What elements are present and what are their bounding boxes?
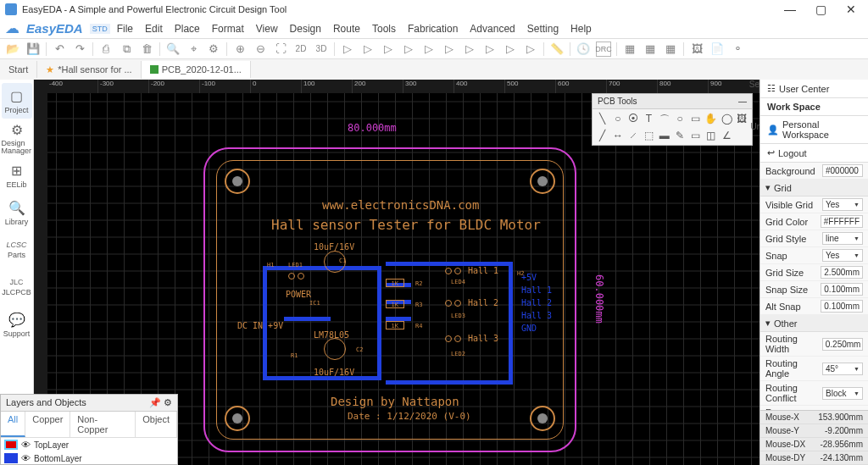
- route-icon[interactable]: ▷: [340, 42, 355, 57]
- ruler-icon[interactable]: 📏: [549, 42, 565, 57]
- hall1-pads[interactable]: [445, 268, 461, 274]
- fit-icon[interactable]: ⛶: [273, 42, 288, 57]
- grid-color-input[interactable]: #FFFFFF: [821, 215, 863, 228]
- track-tool-icon[interactable]: ╲: [596, 113, 609, 127]
- pad-tool-icon[interactable]: ○: [611, 113, 624, 127]
- menu-design[interactable]: Design: [290, 23, 321, 35]
- text-tool-icon[interactable]: T: [643, 113, 655, 127]
- lt-library[interactable]: 🔍Library: [2, 195, 32, 230]
- tab-pcb[interactable]: PCB_2020-12-01...: [142, 61, 251, 78]
- 2d-button[interactable]: 2D: [293, 42, 309, 57]
- resistor-r4[interactable]: 1K: [386, 321, 404, 329]
- route-icon-4[interactable]: ▷: [401, 42, 416, 57]
- eye-icon[interactable]: 👁: [21, 453, 31, 463]
- silk-title[interactable]: Hall sensor Tester for BLDC Motor: [271, 217, 541, 233]
- rp-other-section[interactable]: ▾Other: [760, 315, 868, 332]
- rp-grid-section[interactable]: ▾Grid: [760, 180, 868, 197]
- menu-file[interactable]: File: [117, 23, 133, 35]
- menu-advanced[interactable]: Advanced: [470, 23, 515, 35]
- menu-route[interactable]: Route: [333, 23, 360, 35]
- menu-place[interactable]: Place: [175, 23, 200, 35]
- image-icon[interactable]: 🖼: [689, 42, 704, 57]
- menu-help[interactable]: Help: [570, 23, 592, 35]
- route-icon-9[interactable]: ▷: [503, 42, 518, 57]
- lt-parts[interactable]: LCSCParts: [2, 232, 32, 268]
- zoom-in-icon[interactable]: ⊕: [232, 42, 248, 57]
- teardrop-icon[interactable]: 🕓: [576, 42, 591, 57]
- circle-tool-icon[interactable]: ○: [674, 113, 687, 127]
- menu-edit[interactable]: Edit: [145, 23, 163, 35]
- trash-icon[interactable]: 🗑: [139, 42, 154, 57]
- copy-icon[interactable]: ⧉: [119, 42, 134, 57]
- rp-user-center[interactable]: ☷User Center: [760, 80, 868, 98]
- search-icon[interactable]: 🔍: [165, 42, 181, 57]
- grid-style-select[interactable]: line▼: [822, 232, 863, 245]
- line-tool-icon[interactable]: ╱: [596, 130, 609, 141]
- layer-top[interactable]: 👁TopLayer: [1, 438, 177, 451]
- arc-tool-icon[interactable]: ⌒: [658, 113, 670, 127]
- silk-cap-bot[interactable]: 10uF/16V: [314, 368, 354, 377]
- menu-setting[interactable]: Setting: [527, 23, 559, 35]
- group-tool-icon[interactable]: ◫: [704, 130, 717, 141]
- menu-fabrication[interactable]: Fabrication: [408, 23, 458, 35]
- silk-hall2[interactable]: Hall 2: [468, 298, 498, 307]
- save-icon[interactable]: 💾: [25, 42, 41, 57]
- minimize-button[interactable]: —: [778, 3, 802, 16]
- protractor-tool-icon[interactable]: ∠: [720, 130, 732, 141]
- rect-tool-icon[interactable]: ▭: [689, 113, 702, 127]
- export-icon[interactable]: ▦: [663, 42, 678, 57]
- alt-snap-input[interactable]: 0.100mm: [821, 300, 863, 313]
- lt-project[interactable]: ▢Project: [2, 83, 32, 119]
- 3d-button[interactable]: 3D: [314, 42, 329, 57]
- silk-hall1[interactable]: Hall 1: [468, 266, 498, 275]
- move-tool-icon[interactable]: ✋: [704, 113, 717, 127]
- routing-width-input[interactable]: 0.250mm: [822, 338, 863, 351]
- hole-tool-icon[interactable]: ◯: [720, 113, 732, 127]
- visible-grid-select[interactable]: Yes▼: [822, 198, 863, 211]
- cap-c1[interactable]: [324, 251, 346, 273]
- rp-personal-workspace[interactable]: 👤Personal Workspace: [760, 116, 868, 144]
- image-tool-icon[interactable]: 🖼: [736, 113, 748, 127]
- layer-bottom[interactable]: 👁BottomLayer: [1, 451, 177, 465]
- undo-icon[interactable]: ↶: [52, 42, 67, 57]
- rp-bg-input[interactable]: #000000: [822, 164, 863, 177]
- mounting-hole-tl[interactable]: [225, 169, 250, 194]
- routing-angle-select[interactable]: 45°▼: [822, 363, 863, 375]
- mounting-hole-br[interactable]: [530, 406, 555, 431]
- lt-design-manager[interactable]: ⚙Design Manager: [2, 120, 32, 156]
- route-icon-10[interactable]: ▷: [523, 42, 538, 57]
- layers-tab-all[interactable]: All: [1, 412, 25, 437]
- lt-support[interactable]: 💬Support: [2, 307, 32, 342]
- pcb-board[interactable]: www.electronicsDNA.com Hall sensor Teste…: [203, 147, 576, 452]
- measure-tool-icon[interactable]: ✎: [674, 130, 687, 141]
- resistor-r2[interactable]: 1K: [386, 279, 404, 287]
- route-icon-3[interactable]: ▷: [381, 42, 396, 57]
- tab-start[interactable]: Start: [0, 61, 37, 78]
- layers-tab-object[interactable]: Object: [136, 412, 177, 437]
- layers-panel[interactable]: Layers and Objects 📌 ⚙ All Copper Non-Co…: [0, 394, 178, 465]
- route-icon-6[interactable]: ▷: [442, 42, 457, 57]
- mounting-hole-bl[interactable]: [225, 406, 250, 431]
- resistor-r3[interactable]: 1K: [386, 300, 404, 308]
- silk-dcin[interactable]: DC IN +9V: [237, 321, 283, 330]
- menu-view[interactable]: View: [256, 23, 278, 35]
- route-icon-8[interactable]: ▷: [482, 42, 498, 57]
- silk-hall3[interactable]: Hall 3: [468, 334, 498, 343]
- dimension-tool-icon[interactable]: ↔: [611, 130, 624, 141]
- maximize-button[interactable]: ▢: [809, 3, 832, 16]
- open-icon[interactable]: 📂: [5, 42, 20, 57]
- rect2-tool-icon[interactable]: ▭: [689, 130, 702, 141]
- silk-url[interactable]: www.electronicsDNA.com: [322, 198, 479, 212]
- mounting-hole-tr[interactable]: [530, 169, 555, 194]
- led1-pads[interactable]: [288, 273, 304, 280]
- print-icon[interactable]: ⎙: [98, 42, 114, 57]
- tab-hall-sensor[interactable]: ★*Hall sensor for ...: [37, 61, 141, 79]
- layers-tab-noncopper[interactable]: Non-Copper: [70, 412, 136, 437]
- connect-tool-icon[interactable]: ⟋: [627, 130, 640, 141]
- route-all-icon[interactable]: ▷: [360, 42, 376, 57]
- lt-eelib[interactable]: ⊞EELib: [2, 158, 32, 193]
- gerber-icon[interactable]: ▦: [643, 42, 658, 57]
- cap-c2[interactable]: [324, 338, 346, 360]
- target-icon[interactable]: ⌖: [186, 42, 201, 57]
- rp-logout[interactable]: ↩Logout: [760, 144, 868, 163]
